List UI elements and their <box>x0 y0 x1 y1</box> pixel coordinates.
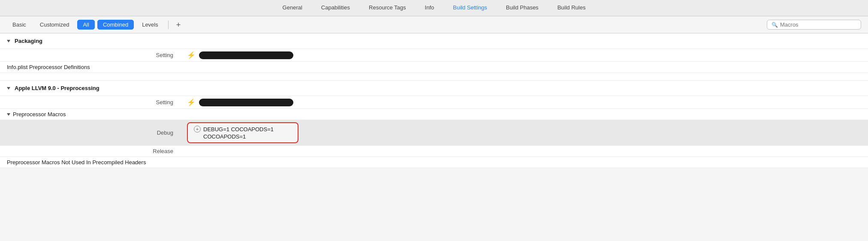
search-input[interactable] <box>780 21 856 28</box>
packaging-title-label: Packaging <box>15 38 42 44</box>
warning-icon: ⚡ <box>187 51 196 59</box>
plus-icon[interactable]: + <box>194 126 201 133</box>
main-content: Packaging Setting ⚡ Info.plist Preproces… <box>0 33 868 168</box>
llvm-setting-value: ⚡ <box>180 96 868 109</box>
packaging-section-header: Packaging <box>0 33 868 49</box>
llvm-table: Setting ⚡ Preprocessor Macros Debug + <box>0 96 868 168</box>
search-box: 🔍 <box>767 20 861 30</box>
collapse-triangle-packaging[interactable] <box>7 40 10 42</box>
debug-value-row: + DEBUG=1 COCOAPODS=1 <box>194 126 274 133</box>
debug-row[interactable]: Debug + DEBUG=1 COCOAPODS=1 COCOAPODS=1 <box>0 120 868 146</box>
filter-levels-button[interactable]: Levels <box>136 20 164 30</box>
packaging-section-title: Packaging <box>7 38 861 44</box>
release-value-cell <box>180 146 868 157</box>
table-row: Preprocessor Macros <box>0 109 868 120</box>
tab-general[interactable]: General <box>273 1 312 15</box>
debug-value-cell: + DEBUG=1 COCOAPODS=1 COCOAPODS=1 <box>180 120 868 146</box>
debug-release-value-text: COCOAPODS=1 <box>203 133 246 140</box>
tab-build-phases[interactable]: Build Phases <box>497 1 548 15</box>
filter-bar: Basic Customized All Combined Levels + 🔍 <box>0 16 868 33</box>
not-used-value <box>180 157 868 168</box>
release-in-debug-row: COCOAPODS=1 <box>194 133 246 140</box>
warning-icon-2: ⚡ <box>187 99 196 106</box>
filter-customized-button[interactable]: Customized <box>34 20 75 30</box>
packaging-infoplist-value <box>180 62 868 73</box>
section-gap-1 <box>0 73 868 81</box>
debug-value-text: DEBUG=1 COCOAPODS=1 <box>203 126 274 133</box>
release-label: Release <box>0 146 180 157</box>
packaging-redacted-value <box>199 51 293 59</box>
llvm-section-header: Apple LLVM 9.0 - Preprocessing <box>0 81 868 96</box>
tab-info[interactable]: Info <box>416 1 444 15</box>
llvm-title-label: Apple LLVM 9.0 - Preprocessing <box>15 85 99 91</box>
filter-divider <box>168 21 169 29</box>
collapse-triangle-llvm[interactable] <box>7 87 10 90</box>
packaging-setting-value: ⚡ <box>180 49 868 62</box>
filter-basic-button[interactable]: Basic <box>7 20 32 30</box>
tab-resource-tags[interactable]: Resource Tags <box>359 1 415 15</box>
preprocessor-macros-label: Preprocessor Macros <box>0 109 180 120</box>
packaging-setting-label: Setting <box>0 49 180 62</box>
table-row: Setting ⚡ <box>0 96 868 109</box>
table-row: Setting ⚡ <box>0 49 868 62</box>
not-used-row: Preprocessor Macros Not Used In Precompi… <box>0 157 868 168</box>
packaging-table: Setting ⚡ Info.plist Preprocessor Defini… <box>0 49 868 73</box>
llvm-section-title: Apple LLVM 9.0 - Preprocessing <box>7 85 861 91</box>
tab-capabilities[interactable]: Capabilities <box>312 1 359 15</box>
tab-build-settings[interactable]: Build Settings <box>443 1 497 15</box>
packaging-infoplist-label: Info.plist Preprocessor Definitions <box>0 62 180 73</box>
preprocessor-macros-text: Preprocessor Macros <box>13 111 66 117</box>
llvm-setting-label: Setting <box>0 96 180 109</box>
filter-combined-button[interactable]: Combined <box>97 20 134 30</box>
debug-value-box: + DEBUG=1 COCOAPODS=1 COCOAPODS=1 <box>187 122 298 143</box>
top-nav-bar: General Capabilities Resource Tags Info … <box>0 0 868 16</box>
table-row: Info.plist Preprocessor Definitions <box>0 62 868 73</box>
llvm-redacted-value <box>199 99 293 106</box>
filter-all-button[interactable]: All <box>77 20 94 30</box>
release-row[interactable]: Release <box>0 146 868 157</box>
preprocessor-macros-value <box>180 109 868 120</box>
search-icon: 🔍 <box>772 22 778 28</box>
filter-add-button[interactable]: + <box>173 20 184 30</box>
not-used-label: Preprocessor Macros Not Used In Precompi… <box>0 157 180 168</box>
collapse-triangle-macros[interactable] <box>7 113 10 116</box>
tab-build-rules[interactable]: Build Rules <box>548 1 595 15</box>
debug-label: Debug <box>0 120 180 146</box>
